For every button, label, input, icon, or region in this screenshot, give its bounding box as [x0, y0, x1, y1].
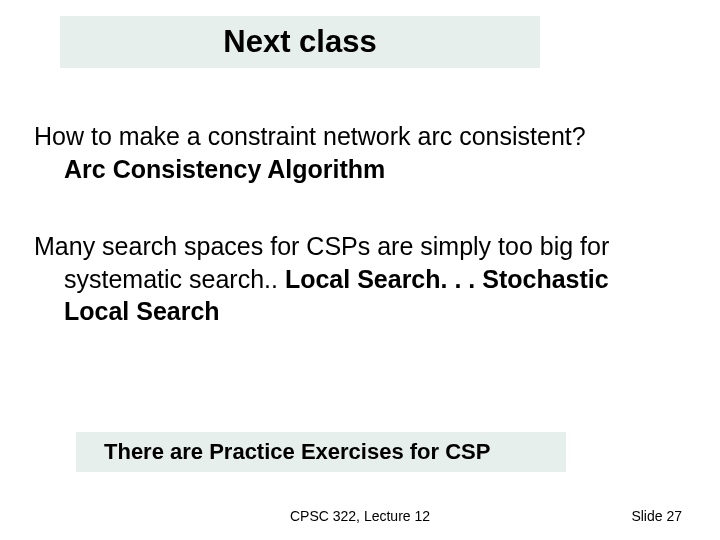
- paragraph-1: How to make a constraint network arc con…: [34, 120, 674, 185]
- practice-text: There are Practice Exercises for CSP: [104, 439, 490, 465]
- para2-line3: Local Search: [34, 297, 220, 325]
- para1-topic: Arc Consistency Algorithm: [34, 153, 674, 186]
- footer-course: CPSC 322, Lecture 12: [0, 508, 720, 524]
- para2-line2a: systematic search..: [64, 265, 285, 293]
- para1-question: How to make a constraint network arc con…: [34, 122, 586, 150]
- footer-slide-number: Slide 27: [631, 508, 682, 524]
- practice-banner: There are Practice Exercises for CSP: [76, 432, 566, 472]
- slide-title: Next class: [223, 24, 376, 60]
- paragraph-2: Many search spaces for CSPs are simply t…: [34, 230, 686, 328]
- para2-line1: Many search spaces for CSPs are simply t…: [34, 232, 609, 260]
- para2-line2-wrap: systematic search.. Local Search. . . St…: [34, 265, 609, 293]
- para2-line2b: Local Search. . . Stochastic: [285, 265, 609, 293]
- title-banner: Next class: [60, 16, 540, 68]
